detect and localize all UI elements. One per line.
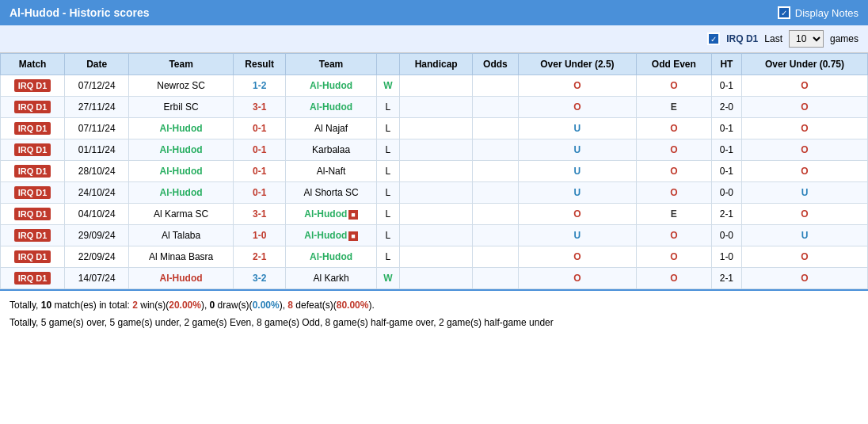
team1-name: Al-Hudod (160, 166, 203, 177)
col-result: Result (233, 54, 286, 75)
wl-cell: W (376, 75, 400, 97)
team2-name: Al-Hudod (310, 101, 352, 113)
ht-cell: 0-1 (711, 161, 741, 182)
ht-cell: 0-1 (711, 75, 741, 97)
team2-cell: Al-Hudod (286, 246, 376, 268)
team2-cell: Al-Hudod■ (286, 225, 376, 246)
result-cell: 1-0 (233, 225, 286, 246)
ou25-value: O (573, 80, 581, 91)
date-cell: 07/12/24 (65, 75, 129, 97)
wl-value: L (386, 187, 391, 198)
oe-value: E (671, 101, 677, 113)
ou075-cell: O (742, 161, 868, 182)
oe-cell: O (636, 225, 711, 246)
team1-name: Al-Hudod (160, 273, 203, 284)
league-label: IRQ D1 (726, 33, 758, 44)
oe-value: O (670, 187, 677, 198)
summary-section: Totally, 10 match(es) in total: 2 win(s)… (0, 289, 868, 338)
team2-cell: Al-Hudod■ (286, 204, 376, 225)
oe-value: O (670, 166, 677, 177)
oe-cell: O (636, 118, 711, 139)
wl-cell: L (376, 97, 400, 118)
ou075-value: O (801, 251, 808, 262)
wl-cell: W (376, 268, 400, 289)
ou075-value: O (801, 101, 808, 113)
date-cell: 27/11/24 (65, 97, 129, 118)
ou25-cell: O (518, 75, 636, 97)
team1-name: Al Karma SC (154, 208, 208, 220)
col-team2: Team (286, 54, 376, 75)
ou075-cell: U (742, 182, 868, 204)
ou075-cell: O (742, 246, 868, 268)
match-badge: IRQ D1 (14, 143, 51, 156)
summary-line1: Totally, 10 match(es) in total: 2 win(s)… (10, 297, 858, 315)
ou075-cell: O (742, 75, 868, 97)
handicap-cell (400, 75, 473, 97)
col-ou075: Over Under (0.75) (742, 54, 868, 75)
match-badge: IRQ D1 (14, 229, 51, 242)
ou25-value: O (573, 101, 581, 113)
wl-cell: L (376, 182, 400, 204)
ou075-value: U (801, 187, 809, 198)
team2-cell: Al-Hudod (286, 97, 376, 118)
odds-cell (473, 268, 519, 289)
team1-cell: Al-Hudod (129, 161, 234, 182)
col-match: Match (1, 54, 65, 75)
result-cell: 0-1 (233, 182, 286, 204)
display-notes-checkbox[interactable]: ✓ (778, 6, 790, 19)
ou075-value: O (801, 273, 808, 284)
match-badge-cell: IRQ D1 (1, 161, 65, 182)
team2-name: Al-Hudod (304, 208, 347, 220)
team2-name: Al-Hudod (310, 80, 352, 91)
handicap-cell (400, 97, 473, 118)
wl-value: W (383, 273, 392, 284)
result-value: 1-2 (253, 80, 266, 91)
col-wl (376, 54, 400, 75)
wl-cell: L (376, 204, 400, 225)
ou25-cell: U (518, 139, 636, 161)
ou25-value: O (573, 273, 581, 284)
team1-cell: Al-Hudod (129, 182, 234, 204)
display-notes-area: ✓ Display Notes (778, 6, 858, 19)
odds-cell (473, 204, 519, 225)
date-cell: 07/11/24 (65, 118, 129, 139)
date-cell: 22/09/24 (65, 246, 129, 268)
date-cell: 01/11/24 (65, 139, 129, 161)
team2-cell: Karbalaa (286, 139, 376, 161)
col-ht: HT (711, 54, 741, 75)
col-date: Date (65, 54, 129, 75)
handicap-cell (400, 204, 473, 225)
wl-cell: L (376, 139, 400, 161)
result-value: 3-1 (253, 208, 266, 220)
ou25-value: O (573, 208, 581, 220)
table-row: IRQ D114/07/24Al-Hudod3-2Al KarkhWOO2-1O (1, 268, 868, 289)
result-value: 0-1 (253, 144, 266, 155)
ht-cell: 2-1 (711, 268, 741, 289)
ou25-cell: O (518, 97, 636, 118)
handicap-cell (400, 225, 473, 246)
main-container: Al-Hudod - Historic scores ✓ Display Not… (0, 0, 868, 338)
col-oe: Odd Even (636, 54, 711, 75)
result-cell: 2-1 (233, 246, 286, 268)
league-checkbox[interactable]: ✓ (707, 32, 720, 45)
ou075-cell: O (742, 118, 868, 139)
team1-cell: Al Minaa Basra (129, 246, 234, 268)
team2-cell: Al Karkh (286, 268, 376, 289)
display-notes-label: Display Notes (795, 7, 858, 19)
result-cell: 3-1 (233, 97, 286, 118)
games-select[interactable]: 5 10 15 20 (789, 30, 824, 48)
match-badge: IRQ D1 (14, 101, 51, 113)
ht-cell: 2-1 (711, 204, 741, 225)
wl-value: L (386, 208, 391, 220)
wl-value: L (386, 144, 391, 155)
header-title: Al-Hudod - Historic scores (10, 6, 150, 19)
team1-name: Al Minaa Basra (149, 251, 213, 262)
result-value: 0-1 (253, 187, 266, 198)
table-row: IRQ D107/11/24Al-Hudod0-1Al NajafLUO0-1O (1, 118, 868, 139)
ou075-cell: O (742, 139, 868, 161)
team1-name: Erbil SC (164, 101, 199, 113)
red-card-icon: ■ (348, 210, 357, 220)
oe-cell: O (636, 139, 711, 161)
oe-value: O (670, 80, 677, 91)
ou25-value: O (573, 251, 581, 262)
